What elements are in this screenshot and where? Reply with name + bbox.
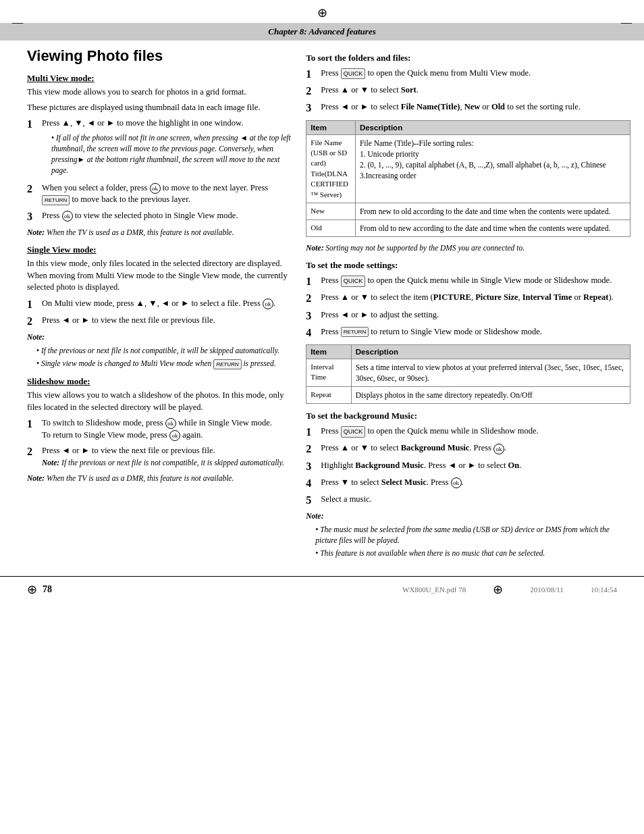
left-margin-mark-top: — [12,16,23,28]
multi-view-steps: 1 Press ▲, ▼, ◄ or ► to move the highlig… [27,118,292,223]
ok-key-1: ok [150,183,161,194]
mode-table-header-desc: Description [351,344,630,359]
return-key-inline: RETURN [213,359,241,369]
bg-note1: The music must be selected from the same… [315,524,630,546]
sort-heading: To sort the folders and files: [306,53,630,63]
ok-key-7: ok [451,477,462,488]
single-view-section: Single View mode: In this view mode, onl… [27,244,292,369]
mode-settings-section: To set the mode settings: 1 Press QUICK … [306,260,630,404]
ok-key-3: ok [263,298,273,309]
multi-view-bullet1: If all of the photos will not fit in one… [51,132,292,176]
sort-desc-new: From new to old according to the date an… [355,203,630,219]
single-view-note1: If the previous or next file is not comp… [36,345,292,356]
single-view-para: In this view mode, only files located in… [27,258,292,294]
table-row: Old From old to new according to the dat… [306,220,630,237]
mode-table-header-item: Item [306,344,351,359]
main-content: Viewing Photo files Multi View mode: Thi… [0,47,644,563]
sort-table: Item Description File Name(USB or SDcard… [306,120,630,238]
mode-settings-steps: 1 Press QUICK to open the Quick menu whi… [306,275,630,339]
slideshow-heading: Slideshow mode: [27,376,292,387]
multi-view-heading: Multi View mode: [27,73,292,84]
mode-item-interval: Interval Time [306,359,351,386]
mode-desc-interval: Sets a time interval to view photos at y… [351,359,630,386]
return-key-1: RETURN [42,195,70,205]
sort-step1: 1 Press QUICK to open the Quick menu fro… [306,68,630,80]
bg-step3: 3 Highlight Background Music. Press ◄ or… [306,460,630,473]
mode-step2: 2 Press ▲ or ▼ to select the item (PICTU… [306,292,630,305]
sort-section: To sort the folders and files: 1 Press Q… [306,53,630,253]
bg-step1: 1 Press QUICK to open the Quick menu whi… [306,425,630,438]
ok-key-4: ok [165,418,176,429]
top-crosshair: ⊕ [0,0,644,23]
single-view-step2: 2 Press ◄ or ► to view the next file or … [27,315,292,328]
single-view-note2: Single view mode is changed to Multi Vie… [36,358,292,369]
table-row: Interval Time Sets a time interval to vi… [306,359,630,386]
chapter-header: Chapter 8: Advanced features [0,23,644,41]
multi-view-para1: This view mode allows you to search for … [27,86,292,99]
sort-desc-old: From old to new according to the date an… [355,220,630,237]
sort-table-header-desc: Description [355,120,630,134]
page: ⊕ — — Chapter 8: Advanced features Viewi… [0,0,644,834]
sort-step2: 2 Press ▲ or ▼ to select Sort. [306,84,630,97]
bg-step2: 2 Press ▲ or ▼ to select Background Musi… [306,442,630,455]
single-view-steps: 1 On Multi view mode, press ▲, ▼, ◄ or ►… [27,298,292,328]
ok-key-5: ok [169,430,180,441]
single-view-heading: Single View mode: [27,244,292,255]
slideshow-step2: 2 Press ◄ or ► to view the next file or … [27,445,292,469]
page-number: 78 [43,584,52,595]
slideshow-step1: 1 To switch to Slideshow mode, press ok … [27,417,292,441]
quick-key-2: QUICK [341,276,366,287]
right-margin-mark-top: — [621,16,632,28]
sort-item-new: New [306,203,356,219]
chapter-title: Chapter 8: Advanced features [268,26,375,36]
slideshow-para: This view allows you to watch a slidesho… [27,390,292,413]
bg-music-heading: To set the background Music: [306,411,630,421]
bg-music-section: To set the background Music: 1 Press QUI… [306,411,630,558]
multi-view-step3: 3 Press ok to view the selected photo in… [27,210,292,223]
bg-music-steps: 1 Press QUICK to open the Quick menu whi… [306,425,630,506]
sort-item-old: Old [306,220,356,237]
bg-step5: 5 Select a music. [306,494,630,506]
multi-view-note: Note: When the TV is used as a DMR, this… [27,227,292,238]
page-title: Viewing Photo files [27,47,292,65]
mode-step4: 4 Press RETURN to return to Single View … [306,326,630,339]
quick-key-1: QUICK [341,68,366,80]
mode-item-repeat: Repeat [306,387,351,404]
mode-step3: 3 Press ◄ or ► to adjust the setting. [306,309,630,322]
mode-table: Item Description Interval Time Sets a ti… [306,344,630,404]
mode-desc-repeat: Displays photos in the same directory re… [351,387,630,404]
bg-step4: 4 Press ▼ to select Select Music. Press … [306,477,630,490]
footer-time: 10:14:54 [591,585,617,594]
multi-view-para2: These pictures are displayed using thumb… [27,102,292,114]
sort-table-header-item: Item [306,120,356,134]
sort-step3: 3 Press ◄ or ► to select File Name(Title… [306,101,630,114]
sort-steps: 1 Press QUICK to open the Quick menu fro… [306,68,630,115]
sort-note: Note: Sorting may not be supported by th… [306,242,630,253]
slideshow-note: Note: When the TV is used as a DMR, this… [27,473,292,484]
footer: ⊕ 78 WX800U_EN.pdf 78 ⊕ 2010/08/11 10:14… [0,576,644,602]
single-view-step1: 1 On Multi view mode, press ▲, ▼, ◄ or ►… [27,298,292,311]
return-key-2: RETURN [341,327,369,337]
slideshow-steps: 1 To switch to Slideshow mode, press ok … [27,417,292,469]
sort-item-filename: File Name(USB or SDcard)Title(DLNACERTIF… [306,134,356,203]
right-column: To sort the folders and files: 1 Press Q… [306,47,630,563]
bg-music-note: Note: The music must be selected from th… [306,511,630,558]
multi-view-step2: 2 When you select a folder, press ok to … [27,182,292,206]
table-row: File Name(USB or SDcard)Title(DLNACERTIF… [306,134,630,203]
quick-key-3: QUICK [341,426,366,438]
bottom-crosshair-center: ⊕ [493,582,503,597]
bottom-crosshair-left: ⊕ [27,582,37,597]
table-row: New From new to old according to the dat… [306,203,630,219]
mode-settings-heading: To set the mode settings: [306,260,630,271]
ok-key-6: ok [493,444,504,454]
ok-key-2: ok [62,211,73,221]
multi-view-section: Multi View mode: This view mode allows y… [27,73,292,238]
mode-step1: 1 Press QUICK to open the Quick menu whi… [306,275,630,288]
multi-view-bullets: If all of the photos will not fit in one… [42,132,292,176]
footer-date: 2010/08/11 [530,585,564,594]
multi-view-step1: 1 Press ▲, ▼, ◄ or ► to move the highlig… [27,118,292,178]
sort-desc-filename: File Name (Title)--File sorting rules:1.… [355,134,630,203]
table-row: Repeat Displays photos in the same direc… [306,387,630,404]
single-view-note: Note: If the previous or next file is no… [27,332,292,369]
left-column: Viewing Photo files Multi View mode: Thi… [27,47,292,563]
